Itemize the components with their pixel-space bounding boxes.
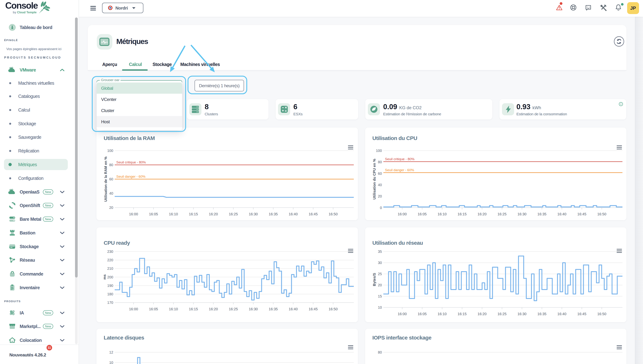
svg-text:16:50: 16:50 (597, 312, 606, 316)
svg-text:60: 60 (109, 177, 113, 181)
svg-text:16:15: 16:15 (189, 212, 198, 216)
svg-text:16:45: 16:45 (577, 212, 586, 216)
svg-text:CPU ready: CPU ready (104, 240, 130, 246)
svg-text:190: 190 (107, 284, 113, 288)
svg-text:Seuil critique - 80%: Seuil critique - 80% (385, 157, 415, 161)
svg-text:20: 20 (378, 194, 382, 198)
svg-text:16:05: 16:05 (418, 312, 427, 316)
svg-text:Seuil danger - 60%: Seuil danger - 60% (116, 174, 146, 178)
svg-text:Bytes/S: Bytes/S (372, 273, 376, 286)
svg-text:16:20: 16:20 (477, 212, 486, 216)
svg-text:16:40: 16:40 (557, 212, 566, 216)
svg-text:Latence disques: Latence disques (104, 335, 144, 340)
svg-text:16:50: 16:50 (329, 307, 338, 311)
svg-text:10: 10 (378, 306, 382, 310)
svg-text:16:10: 16:10 (169, 212, 178, 216)
svg-text:220: 220 (107, 258, 113, 262)
svg-text:16:10: 16:10 (438, 212, 447, 216)
svg-text:16:20: 16:20 (477, 312, 486, 316)
svg-text:40: 40 (109, 191, 113, 195)
svg-text:60: 60 (378, 172, 382, 176)
svg-text:Utilisation du CPU en %: Utilisation du CPU en % (372, 158, 376, 200)
svg-text:0: 0 (380, 206, 382, 210)
svg-text:80: 80 (109, 163, 113, 167)
svg-text:16:20: 16:20 (209, 212, 218, 216)
svg-text:230: 230 (107, 250, 113, 254)
svg-text:16:10: 16:10 (438, 312, 447, 316)
svg-text:16:05: 16:05 (149, 307, 158, 311)
svg-text:16:00: 16:00 (398, 312, 407, 316)
svg-text:16:05: 16:05 (149, 212, 158, 216)
svg-text:25: 25 (378, 272, 382, 276)
svg-text:16:00: 16:00 (129, 307, 138, 311)
svg-text:16:40: 16:40 (557, 312, 566, 316)
svg-text:16:35: 16:35 (269, 307, 278, 311)
svg-text:Utilisation de la RAM: Utilisation de la RAM (104, 135, 155, 141)
svg-text:40: 40 (378, 183, 382, 187)
svg-text:20: 20 (109, 206, 113, 210)
svg-text:170: 170 (107, 300, 113, 304)
svg-text:35: 35 (378, 250, 382, 254)
svg-text:16:50: 16:50 (329, 212, 338, 216)
svg-text:16:15: 16:15 (458, 312, 467, 316)
svg-text:100: 100 (376, 149, 382, 153)
svg-text:16:40: 16:40 (289, 212, 298, 216)
svg-text:30: 30 (378, 261, 382, 265)
svg-text:IOPS interface stockage: IOPS interface stockage (372, 335, 431, 340)
svg-text:Utilisation du réseau: Utilisation du réseau (372, 240, 423, 246)
svg-text:16:35: 16:35 (537, 312, 546, 316)
svg-text:16:25: 16:25 (497, 312, 506, 316)
svg-text:210: 210 (107, 266, 113, 270)
svg-text:16:40: 16:40 (289, 307, 298, 311)
svg-text:15: 15 (378, 294, 382, 298)
svg-text:180: 180 (107, 292, 113, 296)
svg-text:Utilisation de la RAM en %: Utilisation de la RAM en % (104, 156, 108, 202)
svg-text:16:25: 16:25 (229, 212, 238, 216)
svg-text:16:30: 16:30 (249, 307, 258, 311)
svg-text:Seuil critique - 80%: Seuil critique - 80% (116, 160, 146, 164)
svg-text:16:30: 16:30 (517, 212, 526, 216)
svg-text:16:25: 16:25 (229, 307, 238, 311)
svg-text:16:15: 16:15 (189, 307, 198, 311)
svg-text:80: 80 (378, 160, 382, 164)
svg-text:200: 200 (107, 275, 113, 279)
svg-text:16:45: 16:45 (577, 312, 586, 316)
svg-text:16:10: 16:10 (169, 307, 178, 311)
svg-text:ms: ms (103, 274, 107, 280)
svg-text:16:30: 16:30 (517, 312, 526, 316)
svg-text:20: 20 (378, 283, 382, 287)
svg-text:Seuil danger - 60%: Seuil danger - 60% (385, 168, 414, 172)
svg-text:16:45: 16:45 (309, 212, 318, 216)
svg-text:16:35: 16:35 (269, 212, 278, 216)
svg-text:10: 10 (109, 360, 113, 364)
svg-text:16:20: 16:20 (209, 307, 218, 311)
svg-text:16:30: 16:30 (249, 212, 258, 216)
svg-text:16:35: 16:35 (537, 212, 546, 216)
svg-text:100: 100 (107, 149, 113, 153)
svg-text:16:15: 16:15 (458, 212, 467, 216)
svg-text:16:50: 16:50 (597, 212, 606, 216)
svg-text:12: 12 (109, 350, 113, 354)
svg-text:16:00: 16:00 (398, 212, 407, 216)
svg-text:16:05: 16:05 (418, 212, 427, 216)
svg-text:16:25: 16:25 (497, 212, 506, 216)
svg-text:Utilisation du CPU: Utilisation du CPU (372, 135, 417, 141)
svg-text:16:00: 16:00 (129, 212, 138, 216)
svg-text:16:45: 16:45 (309, 307, 318, 311)
svg-text:80: 80 (378, 350, 382, 354)
